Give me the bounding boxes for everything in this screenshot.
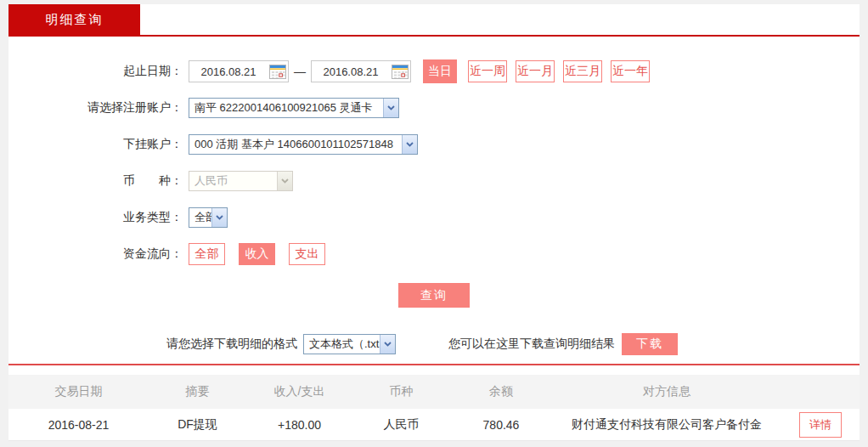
query-form: 起止日期： 2016.08.21	[8, 37, 860, 364]
header-counterparty: 对方信息	[552, 384, 781, 399]
detail-query-page: 明细查询 起止日期： 2016.08.21	[0, 0, 868, 447]
query-row: 查询	[8, 283, 860, 308]
download-button[interactable]: 下载	[622, 333, 678, 355]
header-currency: 币种	[352, 384, 450, 399]
biz-type-row: 业务类型： 全部	[8, 206, 860, 229]
sub-account-select[interactable]: 000 活期 基本户 1406600101102571848	[189, 134, 418, 155]
calendar-icon[interactable]	[390, 61, 410, 82]
biz-type-label: 业务类型：	[8, 210, 183, 225]
range-year-button[interactable]: 近一年	[611, 60, 650, 82]
download-format-value: 文本格式（.txt）	[304, 337, 380, 352]
date-separator: —	[294, 65, 306, 78]
chevron-down-icon	[277, 172, 292, 190]
chevron-down-icon	[383, 99, 398, 117]
currency-row: 币 种： 人民币	[8, 169, 860, 193]
chevron-down-icon	[211, 208, 227, 227]
table-header-row: 交易日期 摘要 收入/支出 币种 余额 对方信息	[8, 375, 860, 409]
detail-button[interactable]: 详情	[799, 412, 842, 438]
header-summary: 摘要	[149, 384, 246, 399]
range-three-months-button[interactable]: 近三月	[563, 60, 602, 82]
chevron-down-icon	[380, 335, 395, 354]
query-button[interactable]: 查询	[398, 283, 470, 308]
register-account-select[interactable]: 南平 6222001406100921065 灵通卡	[189, 98, 399, 118]
row-balance: 780.46	[450, 418, 552, 432]
download-format-select[interactable]: 文本格式（.txt）	[303, 334, 396, 354]
date-from-input[interactable]: 2016.08.21	[189, 60, 289, 82]
currency-value: 人民币	[189, 173, 277, 189]
register-account-label: 请选择注册账户：	[8, 100, 183, 116]
row-amount: +180.00	[246, 418, 352, 432]
sub-account-value: 000 活期 基本户 1406600101102571848	[189, 137, 402, 152]
flow-label: 资金流向：	[8, 246, 183, 262]
tab-bar: 明细查询	[8, 4, 860, 37]
biz-type-select[interactable]: 全部	[189, 207, 228, 228]
chevron-down-icon	[402, 135, 417, 154]
row-counterparty: 财付通支付科技有限公司客户备付金	[552, 417, 781, 433]
table-row: 2016-08-21 DF提现 +180.00 人民币 780.46 财付通支付…	[8, 409, 860, 441]
date-range-label: 起止日期：	[8, 64, 183, 79]
currency-select: 人民币	[189, 171, 293, 191]
flow-expense-button[interactable]: 支出	[289, 243, 325, 265]
range-today-button[interactable]: 当日	[423, 59, 457, 83]
date-to-value: 2016.08.21	[312, 65, 390, 78]
date-to-input[interactable]: 2016.08.21	[311, 60, 411, 82]
range-week-button[interactable]: 近一周	[468, 60, 507, 82]
download-hint: 您可以在这里下载查询明细结果	[448, 337, 615, 352]
flow-all-button[interactable]: 全部	[189, 243, 225, 265]
date-from-value: 2016.08.21	[189, 65, 268, 78]
register-account-row: 请选择注册账户： 南平 6222001406100921065 灵通卡	[8, 96, 860, 120]
header-balance: 余额	[450, 384, 552, 399]
biz-type-value: 全部	[189, 210, 211, 225]
download-row: 请您选择下载明细的格式 文本格式（.txt） 您可以在这里下载查询明细结果 下载	[166, 332, 860, 355]
header-amount: 收入/支出	[246, 384, 352, 399]
row-action-cell: 详情	[781, 412, 860, 438]
sub-account-label: 下挂账户：	[8, 137, 183, 152]
register-account-value: 南平 6222001406100921065 灵通卡	[189, 100, 383, 116]
download-format-label: 请您选择下载明细的格式	[166, 337, 297, 352]
sub-account-row: 下挂账户： 000 活期 基本户 1406600101102571848	[8, 133, 860, 156]
row-date: 2016-08-21	[8, 418, 149, 432]
header-date: 交易日期	[8, 384, 149, 399]
table-gap	[8, 365, 860, 375]
flow-income-button[interactable]: 收入	[239, 243, 275, 265]
range-month-button[interactable]: 近一月	[516, 60, 555, 82]
flow-row: 资金流向： 全部 收入 支出	[8, 242, 860, 266]
tab-detail-query[interactable]: 明细查询	[8, 4, 140, 35]
currency-label: 币 种：	[8, 173, 183, 189]
row-summary: DF提现	[149, 417, 246, 433]
date-range-row: 起止日期： 2016.08.21	[8, 59, 860, 83]
calendar-icon[interactable]	[268, 61, 288, 82]
content-card: 明细查询 起止日期： 2016.08.21	[8, 4, 860, 441]
row-currency: 人民币	[352, 417, 450, 433]
